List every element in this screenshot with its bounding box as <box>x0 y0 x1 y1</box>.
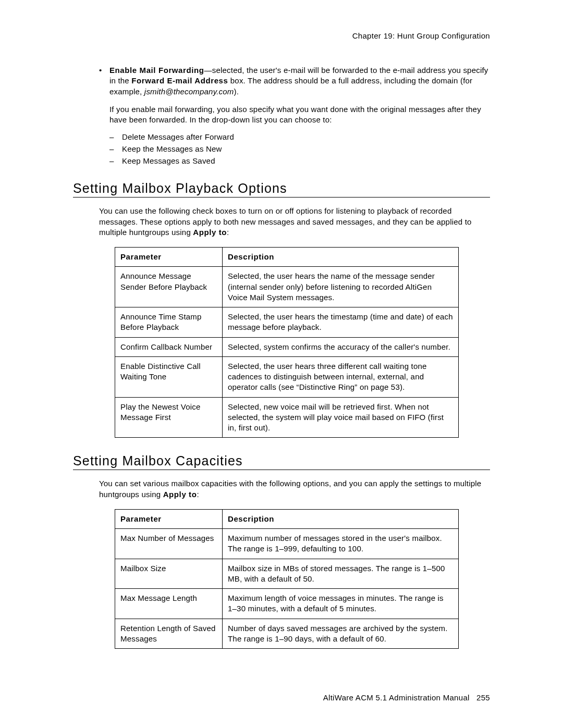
th-description: Description <box>223 248 459 267</box>
dash-item: – Delete Messages after Forward <box>109 132 490 141</box>
cell-description: Selected, the user hears three different… <box>223 356 459 397</box>
cell-parameter: Max Message Length <box>115 589 223 619</box>
cell-parameter: Enable Distinctive Call Waiting Tone <box>115 356 223 397</box>
table-row: Confirm Callback Number Selected, system… <box>115 337 459 356</box>
dash-text: Delete Messages after Forward <box>122 132 234 141</box>
th-description: Description <box>223 509 459 528</box>
table-row: Max Number of Messages Maximum number of… <box>115 529 459 559</box>
bullet-example: jsmith@thecompany.com <box>144 87 234 96</box>
chapter-header: Chapter 19: Hunt Group Configuration <box>73 31 490 40</box>
dash-item: – Keep Messages as Saved <box>109 156 490 165</box>
dash-item: – Keep the Messages as New <box>109 144 490 153</box>
para-text-a: You can use the following check boxes to… <box>99 206 472 237</box>
cell-parameter: Confirm Callback Number <box>115 337 223 356</box>
table-row: Play the Newest Voice Message First Sele… <box>115 397 459 438</box>
page: Chapter 19: Hunt Group Configuration • E… <box>0 0 563 728</box>
section-heading-playback: Setting Mailbox Playback Options <box>73 181 490 196</box>
cell-description: Maximum length of voice messages in minu… <box>223 589 459 619</box>
th-parameter: Parameter <box>115 248 223 267</box>
capacities-table: Parameter Description Max Number of Mess… <box>115 509 459 649</box>
section1-paragraph: You can use the following check boxes to… <box>99 206 490 238</box>
cell-description: Number of days saved messages are archiv… <box>223 619 459 649</box>
bullet-label: Enable Mail Forwarding <box>109 66 204 75</box>
table-row: Max Message Length Maximum length of voi… <box>115 589 459 619</box>
cell-description: Selected, new voice mail will be retriev… <box>223 397 459 438</box>
section2-paragraph: You can set various mailbox capacities w… <box>99 478 490 500</box>
dash-text: Keep the Messages as New <box>122 144 222 153</box>
para-text-a: You can set various mailbox capacities w… <box>99 479 481 498</box>
bullet-text: Enable Mail Forwarding—selected, the use… <box>109 65 490 97</box>
cell-description: Selected, system confirms the accuracy o… <box>223 337 459 356</box>
dash-text: Keep Messages as Saved <box>122 156 215 165</box>
dash-marker: – <box>109 156 122 165</box>
dash-marker: – <box>109 144 122 153</box>
table-header-row: Parameter Description <box>115 509 459 528</box>
cell-parameter: Play the Newest Voice Message First <box>115 397 223 438</box>
para-text-b: : <box>197 490 199 499</box>
section-heading-capacities: Setting Mailbox Capacities <box>73 453 490 468</box>
table-row: Announce Message Sender Before Playback … <box>115 267 459 307</box>
section-underline <box>73 197 490 198</box>
bullet-label2: Forward E-mail Address <box>131 76 228 85</box>
cell-description: Selected, the user hears the timestamp (… <box>223 307 459 338</box>
cell-parameter: Announce Time Stamp Before Playback <box>115 307 223 338</box>
table-header-row: Parameter Description <box>115 248 459 267</box>
footer-manual-title: AltiWare ACM 5.1 Administration Manual <box>323 693 470 702</box>
table-row: Enable Distinctive Call Waiting Tone Sel… <box>115 356 459 397</box>
cell-description: Maximum number of messages stored in the… <box>223 529 459 559</box>
bullet-marker: • <box>99 65 109 97</box>
para-bold: Apply to <box>163 490 197 499</box>
bullet-part3: ). <box>234 87 239 96</box>
bullet-enable-mail-forwarding: • Enable Mail Forwarding—selected, the u… <box>99 65 490 97</box>
sub-paragraph: If you enable mail forwarding, you also … <box>109 104 490 126</box>
dash-list: – Delete Messages after Forward – Keep t… <box>109 132 490 165</box>
page-footer: AltiWare ACM 5.1 Administration Manual 2… <box>323 693 490 702</box>
cell-parameter: Mailbox Size <box>115 559 223 589</box>
cell-description: Selected, the user hears the name of the… <box>223 267 459 307</box>
cell-parameter: Announce Message Sender Before Playback <box>115 267 223 307</box>
th-parameter: Parameter <box>115 509 223 528</box>
table-row: Mailbox Size Mailbox size in MBs of stor… <box>115 559 459 589</box>
cell-parameter: Retention Length of Saved Messages <box>115 619 223 649</box>
para-text-b: : <box>227 228 229 237</box>
playback-options-table: Parameter Description Announce Message S… <box>115 247 459 438</box>
para-bold: Apply to <box>193 228 227 237</box>
table-row: Retention Length of Saved Messages Numbe… <box>115 619 459 649</box>
section-underline <box>73 470 490 470</box>
dash-marker: – <box>109 132 122 141</box>
table-row: Announce Time Stamp Before Playback Sele… <box>115 307 459 338</box>
cell-parameter: Max Number of Messages <box>115 529 223 559</box>
footer-page-number: 255 <box>476 693 490 702</box>
cell-description: Mailbox size in MBs of stored messages. … <box>223 559 459 589</box>
